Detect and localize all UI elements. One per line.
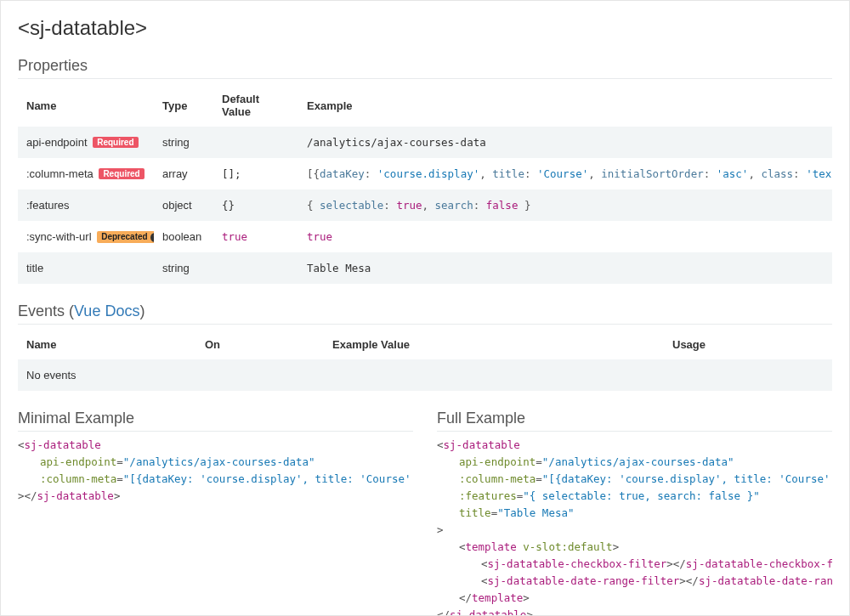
prop-name: api-endpoint Required	[18, 127, 154, 158]
table-row: :featuresobject{}{ selectable: true, sea…	[18, 189, 832, 221]
prop-example: true	[298, 221, 832, 252]
prop-default	[213, 252, 298, 284]
prop-name: title	[18, 252, 154, 284]
col-ev-usage: Usage	[664, 330, 832, 359]
col-ev-name: Name	[18, 330, 196, 359]
prop-type: string	[154, 127, 213, 158]
prop-default: [];	[213, 158, 298, 189]
col-name: Name	[18, 84, 154, 127]
prop-type: string	[154, 252, 213, 284]
col-default: Default Value	[213, 84, 298, 127]
prop-type: boolean	[154, 221, 213, 252]
required-badge: Required	[93, 137, 138, 148]
no-events: No events	[18, 359, 832, 391]
properties-heading: Properties	[18, 57, 832, 79]
prop-type: array	[154, 158, 213, 189]
full-example-heading: Full Example	[437, 410, 832, 432]
prop-example: { selectable: true, search: false }	[298, 189, 832, 221]
help-icon[interactable]: ?	[150, 233, 154, 242]
col-type: Type	[154, 84, 213, 127]
prop-example: Table Mesa	[298, 252, 832, 284]
minimal-example-code: <sj-datatable api-endpoint="/analytics/a…	[18, 437, 413, 505]
table-row: titlestringTable Mesa	[18, 252, 832, 284]
prop-name: :column-meta Required	[18, 158, 154, 189]
table-row: :sync-with-url Deprecated ?booleantruetr…	[18, 221, 832, 252]
col-ev-example: Example Value	[324, 330, 664, 359]
events-heading: Events (Vue Docs)	[18, 302, 832, 325]
vue-docs-link[interactable]: Vue Docs	[74, 302, 139, 319]
prop-type: object	[154, 189, 213, 221]
deprecated-badge: Deprecated ?	[97, 231, 154, 243]
required-badge: Required	[99, 168, 144, 179]
minimal-example-heading: Minimal Example	[18, 410, 413, 432]
table-row: api-endpoint Requiredstring/analytics/aj…	[18, 127, 832, 158]
events-label: Events	[18, 302, 65, 319]
col-ev-on: On	[196, 330, 324, 359]
col-example: Example	[298, 84, 832, 127]
prop-example: [{dataKey: 'course.display', title: 'Cou…	[298, 158, 832, 189]
events-table: Name On Example Value Usage No events	[18, 330, 832, 391]
prop-name: :sync-with-url Deprecated ?	[18, 221, 154, 252]
table-row: No events	[18, 359, 832, 391]
prop-default	[213, 127, 298, 158]
prop-example: /analytics/ajax-courses-data	[298, 127, 832, 158]
prop-default: true	[213, 221, 298, 252]
component-name: <sj-datatable>	[18, 16, 832, 40]
prop-default: {}	[213, 189, 298, 221]
table-row: :column-meta Requiredarray[];[{dataKey: …	[18, 158, 832, 189]
properties-table: Name Type Default Value Example api-endp…	[18, 84, 832, 284]
prop-name: :features	[18, 189, 154, 221]
full-example-code: <sj-datatable api-endpoint="/analytics/a…	[437, 437, 832, 616]
